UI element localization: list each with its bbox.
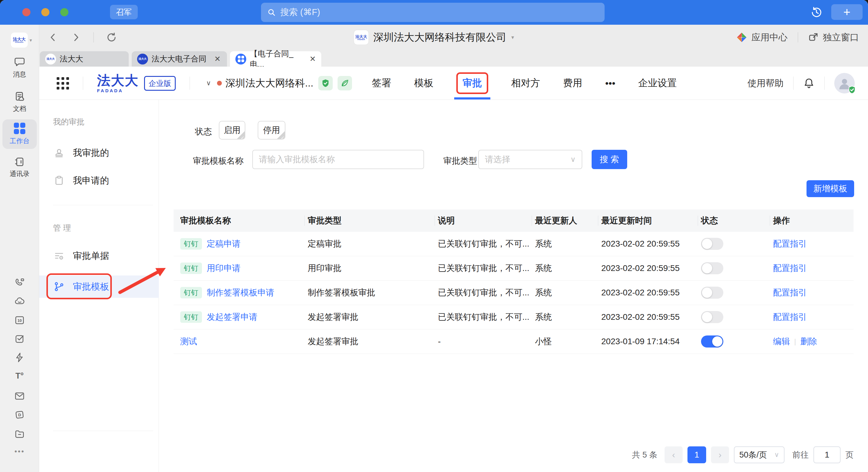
action-link[interactable]: 配置指引: [773, 311, 807, 323]
tab-doc-icon: [236, 54, 246, 64]
org-chevron-icon[interactable]: ∨: [206, 79, 211, 87]
page-unit-label: 页: [845, 449, 854, 460]
status-toggle[interactable]: [701, 287, 723, 299]
standalone-window-button[interactable]: 独立窗口: [808, 31, 859, 44]
nav-sign[interactable]: 签署: [372, 76, 391, 90]
corner-check-icon: ✓: [281, 135, 284, 139]
tab-fadada[interactable]: 法大大 法大大: [40, 51, 129, 67]
app-window: 召军 搜索 (⌘F) + 法大大 FADADA ▾ 消息 文档 工作台 通讯录: [0, 0, 868, 472]
status-toggle[interactable]: [701, 311, 723, 323]
action-link[interactable]: 编辑: [773, 336, 790, 347]
status-enable-button[interactable]: 启用 ✓: [219, 121, 245, 139]
calendar-icon[interactable]: 10: [0, 315, 39, 325]
documents-icon[interactable]: [0, 91, 39, 102]
list-gear-icon: [54, 250, 64, 261]
rail-caret-icon[interactable]: ▾: [30, 37, 32, 43]
add-template-button[interactable]: 新增模板: [807, 180, 854, 197]
template-name-link[interactable]: 定稿申请: [207, 238, 241, 250]
tab-close-icon[interactable]: ✕: [214, 55, 221, 63]
actions-cell: 配置指引: [773, 262, 851, 274]
help-link[interactable]: 使用帮助: [747, 77, 784, 90]
toggle-knob: [702, 263, 712, 273]
app-grid-icon[interactable]: [57, 77, 69, 90]
sidebar-item-my-applied[interactable]: 我申请的: [39, 173, 159, 188]
contacts-icon[interactable]: [0, 156, 39, 167]
sidebar-item-my-approved[interactable]: 我审批的: [39, 145, 159, 161]
nav-counterparty[interactable]: 相对方: [511, 76, 540, 90]
window-title-group[interactable]: 法大大 FADADA 深圳法大大网络科技有限公司 ▾: [354, 25, 514, 50]
sidebar-item-approval-templates[interactable]: 审批模板: [39, 279, 159, 294]
refresh-icon[interactable]: [106, 32, 117, 43]
close-window-button[interactable]: [22, 8, 30, 16]
messages-icon[interactable]: [0, 56, 39, 67]
org-status-dot: [217, 81, 222, 86]
title-caret-icon[interactable]: ▾: [511, 34, 514, 41]
translate-icon[interactable]: T°: [0, 371, 39, 381]
lightning-icon[interactable]: [0, 352, 39, 363]
action-link[interactable]: 配置指引: [773, 262, 807, 274]
search-button[interactable]: 搜 索: [592, 150, 627, 169]
status-cell: [701, 336, 773, 348]
status-cell: [701, 287, 773, 299]
nav-more-icon[interactable]: •••: [605, 78, 615, 89]
page-size-select[interactable]: 50条/页 ∨: [734, 446, 784, 463]
nav-templates[interactable]: 模板: [414, 76, 433, 90]
verified-shield-icon[interactable]: [318, 76, 333, 90]
org-name[interactable]: 深圳法大大网络科...: [225, 76, 313, 90]
minimize-window-button[interactable]: [41, 8, 50, 16]
action-link[interactable]: 配置指引: [773, 238, 807, 250]
template-name-link[interactable]: 用印申请: [207, 262, 241, 274]
nav-fees[interactable]: 费用: [563, 76, 582, 90]
description-cell: 已关联钉钉审批，不可...: [438, 311, 535, 323]
tab-econtract-doc[interactable]: 【电子合同_电... ✕: [230, 51, 321, 67]
app-center-button[interactable]: 应用中心: [736, 31, 787, 44]
back-icon[interactable]: [48, 32, 59, 43]
template-name-link[interactable]: 制作签署模板申请: [207, 287, 274, 298]
action-link[interactable]: 配置指引: [773, 287, 807, 298]
status-toggle[interactable]: [701, 238, 723, 250]
mail-icon[interactable]: [0, 390, 39, 402]
contacts-label[interactable]: 通讯录: [0, 169, 39, 179]
status-toggle[interactable]: [701, 336, 723, 348]
goto-page-input[interactable]: [813, 446, 841, 463]
todo-check-icon[interactable]: [0, 333, 39, 344]
zoom-window-button[interactable]: [60, 8, 68, 16]
prev-page-button[interactable]: ‹: [664, 446, 683, 463]
user-badge[interactable]: 召军: [110, 5, 138, 19]
fadada-app-icon[interactable]: 法大大 FADADA: [11, 33, 28, 48]
current-page-button[interactable]: 1: [687, 446, 706, 463]
tab-close-icon[interactable]: ✕: [310, 55, 316, 63]
template-name-input[interactable]: [252, 150, 424, 169]
global-search-input[interactable]: 搜索 (⌘F): [261, 3, 604, 22]
actions-cell: 编辑|删除: [773, 336, 851, 347]
template-name-link[interactable]: 测试: [180, 336, 197, 347]
window-title: 深圳法大大网络科技有限公司: [373, 30, 506, 44]
history-icon[interactable]: [810, 6, 823, 19]
status-disable-button[interactable]: 停用 ✓: [258, 121, 285, 139]
action-link[interactable]: 删除: [800, 336, 817, 347]
approval-type-select[interactable]: 请选择 ∨: [478, 150, 582, 169]
more-apps-icon[interactable]: •••: [0, 447, 39, 456]
template-name-link[interactable]: 发起签署申请: [207, 311, 257, 323]
workbench-item[interactable]: 工作台: [2, 119, 37, 149]
drive-icon[interactable]: D: [0, 409, 39, 420]
nav-approval[interactable]: 审批: [463, 77, 482, 88]
new-tab-button[interactable]: +: [831, 4, 863, 20]
status-toggle[interactable]: [701, 262, 723, 274]
messages-label[interactable]: 消息: [0, 70, 39, 79]
bell-icon[interactable]: [803, 77, 815, 89]
eco-leaf-icon[interactable]: [338, 76, 352, 90]
phone-call-icon[interactable]: [0, 277, 39, 288]
cloud-icon[interactable]: [0, 296, 39, 307]
drive-glyph: D: [18, 413, 21, 417]
nav-enterprise-settings[interactable]: 企业设置: [638, 76, 677, 90]
forward-icon[interactable]: [70, 32, 82, 43]
page-size-value: 50条/页: [739, 449, 767, 460]
updated-time-cell: 2023-02-02 20:59:55: [601, 288, 701, 297]
avatar[interactable]: [834, 73, 855, 93]
next-page-button[interactable]: ›: [711, 446, 729, 463]
tab-econtract[interactable]: 法大大 法大大电子合同 ✕: [132, 51, 227, 67]
documents-label[interactable]: 文档: [0, 104, 39, 113]
sidebar-item-approval-docs[interactable]: 审批单据: [39, 248, 159, 264]
folder-icon[interactable]: [0, 429, 39, 439]
